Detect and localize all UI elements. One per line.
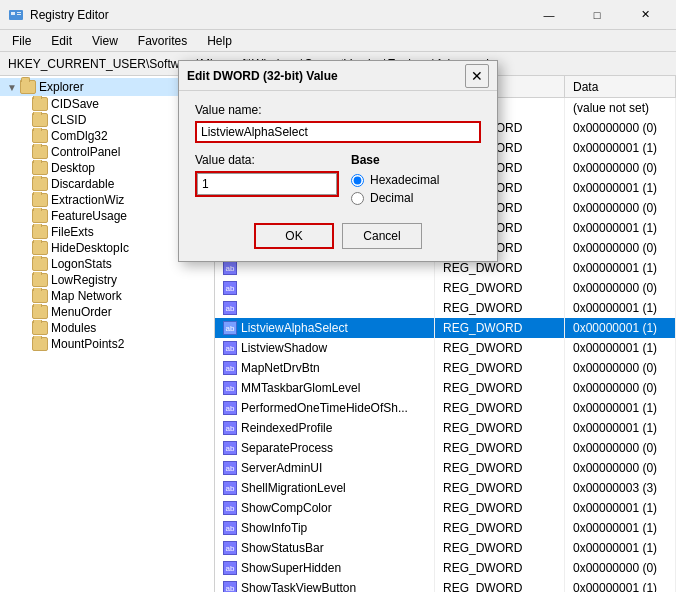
dialog-buttons: OK Cancel: [195, 223, 481, 249]
value-name-input[interactable]: [195, 121, 481, 143]
base-section: Base Hexadecimal Decimal: [351, 153, 481, 209]
ok-button[interactable]: OK: [254, 223, 334, 249]
dialog-title: Edit DWORD (32-bit) Value: [187, 69, 338, 83]
value-data-label: Value data:: [195, 153, 339, 167]
hexadecimal-radio[interactable]: [351, 174, 364, 187]
dialog-title-bar: Edit DWORD (32-bit) Value ✕: [179, 61, 497, 91]
cancel-button[interactable]: Cancel: [342, 223, 422, 249]
dialog-body: Value name: Value data: Base Hexadecimal: [179, 91, 497, 261]
dialog-row: Value data: Base Hexadecimal Decimal: [195, 153, 481, 209]
value-input-wrapper: [195, 171, 339, 197]
dialog-overlay: Edit DWORD (32-bit) Value ✕ Value name: …: [0, 0, 676, 592]
value-data-section: Value data:: [195, 153, 339, 209]
dialog-close-button[interactable]: ✕: [465, 64, 489, 88]
value-name-label: Value name:: [195, 103, 481, 117]
hexadecimal-label: Hexadecimal: [370, 173, 439, 187]
radio-hexadecimal[interactable]: Hexadecimal: [351, 173, 481, 187]
radio-decimal[interactable]: Decimal: [351, 191, 481, 205]
decimal-label: Decimal: [370, 191, 413, 205]
value-data-input[interactable]: [197, 173, 337, 195]
decimal-radio[interactable]: [351, 192, 364, 205]
edit-dword-dialog: Edit DWORD (32-bit) Value ✕ Value name: …: [178, 60, 498, 262]
base-label: Base: [351, 153, 481, 167]
